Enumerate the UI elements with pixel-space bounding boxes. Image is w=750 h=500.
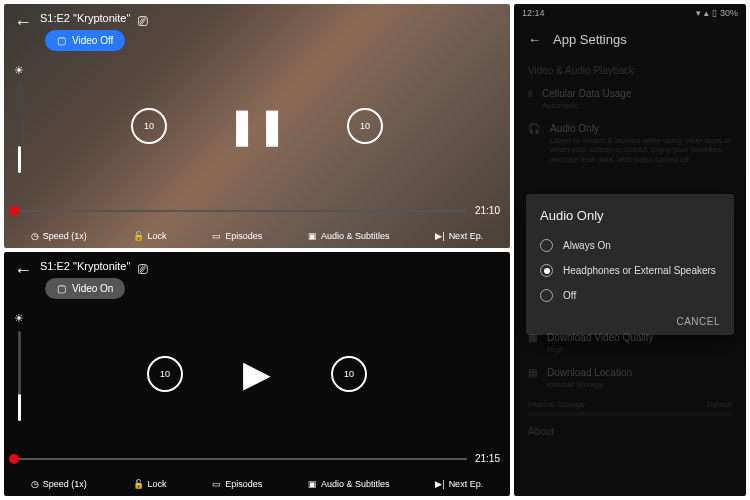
- option-always-on[interactable]: Always On: [540, 233, 720, 258]
- download-quality-row[interactable]: ▦ Download Video QualityHigh: [528, 326, 732, 361]
- lock-button[interactable]: 🔓Lock: [133, 479, 167, 489]
- section-header: Video & Audio Playback: [528, 65, 732, 76]
- progress-handle[interactable]: [9, 454, 19, 464]
- audio-only-row[interactable]: 🎧 Audio OnlyListen to shows & movies whi…: [528, 117, 732, 171]
- progress-bar[interactable]: [14, 210, 467, 212]
- option-headphones[interactable]: Headphones or External Speakers: [540, 258, 720, 283]
- speed-icon: ◷: [31, 231, 39, 241]
- about-header: About: [528, 426, 732, 437]
- skip-forward-button[interactable]: 10: [347, 108, 383, 144]
- status-bar: 12:14 ▾ ▴ ▯ 30%: [514, 4, 746, 22]
- video-on-icon: ▢: [57, 283, 66, 294]
- episodes-button[interactable]: ▭Episodes: [212, 231, 262, 241]
- pause-button[interactable]: ❚❚: [227, 105, 287, 147]
- next-icon: ▶|: [435, 479, 444, 489]
- storage-icon: ▤: [528, 367, 537, 390]
- next-episode-button[interactable]: ▶|Next Ep.: [435, 479, 483, 489]
- video-player-top: ← S1:E2 "Kryptonite" ▢ Video Off ⎚ ☀ 10 …: [4, 4, 510, 248]
- headphones-icon: 🎧: [528, 123, 540, 165]
- lock-icon: 🔓: [133, 479, 144, 489]
- bars-icon: ⦀: [528, 88, 532, 111]
- battery-icon: ▯: [712, 8, 717, 18]
- speed-icon: ◷: [31, 479, 39, 489]
- duration: 21:10: [475, 205, 500, 216]
- dialog-title: Audio Only: [540, 208, 720, 223]
- back-icon[interactable]: ←: [14, 260, 32, 281]
- quality-icon: ▦: [528, 332, 537, 355]
- progress-handle[interactable]: [9, 206, 19, 216]
- storage-default: Default: [707, 400, 732, 409]
- audio-subtitles-button[interactable]: ▣Audio & Subtitles: [308, 231, 390, 241]
- signal-icon: ▴: [704, 8, 709, 18]
- back-icon[interactable]: ←: [528, 32, 541, 47]
- subtitles-icon: ▣: [308, 479, 317, 489]
- video-on-button[interactable]: ▢ Video On: [45, 278, 126, 299]
- video-off-icon: ▢: [57, 35, 66, 46]
- lock-icon: 🔓: [133, 231, 144, 241]
- episodes-icon: ▭: [212, 479, 221, 489]
- video-player-bottom: ← S1:E2 "Kryptonite" ▢ Video On ⎚ ☀ 10 ▶…: [4, 252, 510, 496]
- speed-button[interactable]: ◷Speed (1x): [31, 231, 87, 241]
- settings-screen: 12:14 ▾ ▴ ▯ 30% ← App Settings Video & A…: [514, 4, 746, 496]
- brightness-icon: ☀: [14, 312, 24, 325]
- option-off[interactable]: Off: [540, 283, 720, 308]
- episode-title: S1:E2 "Kryptonite": [40, 12, 130, 24]
- storage-bar: [528, 412, 732, 416]
- brightness-icon: ☀: [14, 64, 24, 77]
- cast-icon[interactable]: ⎚: [138, 12, 148, 30]
- lock-button[interactable]: 🔓Lock: [133, 231, 167, 241]
- radio-icon: [540, 239, 553, 252]
- settings-title: App Settings: [553, 32, 627, 47]
- episodes-icon: ▭: [212, 231, 221, 241]
- radio-icon: [540, 289, 553, 302]
- status-time: 12:14: [522, 8, 545, 18]
- speed-button[interactable]: ◷Speed (1x): [31, 479, 87, 489]
- radio-icon: [540, 264, 553, 277]
- cellular-data-row[interactable]: ⦀ Cellular Data UsageAutomatic: [528, 82, 732, 117]
- episode-title: S1:E2 "Kryptonite": [40, 260, 130, 272]
- play-button[interactable]: ▶: [243, 353, 271, 395]
- progress-bar[interactable]: [14, 458, 467, 460]
- download-location-row[interactable]: ▤ Download LocationInternal Storage: [528, 361, 732, 396]
- back-icon[interactable]: ←: [14, 12, 32, 33]
- video-off-label: Video Off: [72, 35, 113, 46]
- subtitles-icon: ▣: [308, 231, 317, 241]
- cast-icon[interactable]: ⎚: [138, 260, 148, 278]
- audio-subtitles-button[interactable]: ▣Audio & Subtitles: [308, 479, 390, 489]
- skip-back-button[interactable]: 10: [131, 108, 167, 144]
- storage-label: Internal Storage: [528, 400, 585, 409]
- battery-percent: 30%: [720, 8, 738, 18]
- video-off-button[interactable]: ▢ Video Off: [45, 30, 125, 51]
- duration: 21:15: [475, 453, 500, 464]
- skip-forward-button[interactable]: 10: [331, 356, 367, 392]
- wifi-icon: ▾: [696, 8, 701, 18]
- next-icon: ▶|: [435, 231, 444, 241]
- video-on-label: Video On: [72, 283, 114, 294]
- episodes-button[interactable]: ▭Episodes: [212, 479, 262, 489]
- audio-only-dialog: Audio Only Always On Headphones or Exter…: [526, 194, 734, 335]
- next-episode-button[interactable]: ▶|Next Ep.: [435, 231, 483, 241]
- skip-back-button[interactable]: 10: [147, 356, 183, 392]
